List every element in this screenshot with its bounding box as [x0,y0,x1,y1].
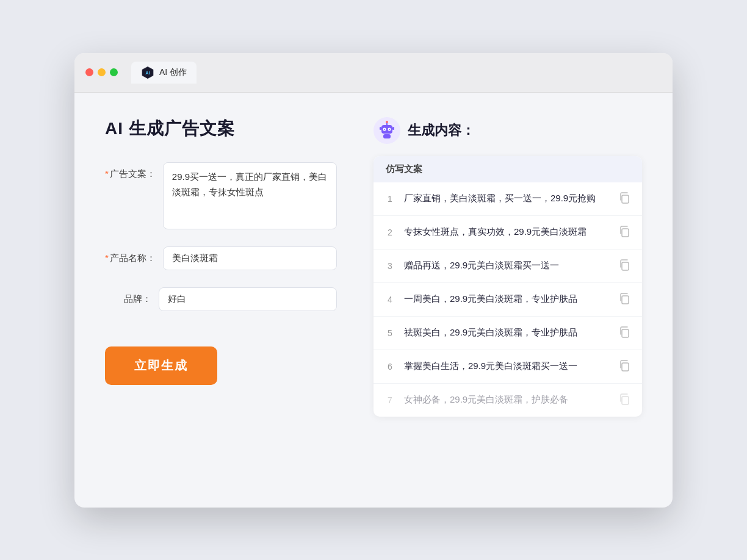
browser-tab[interactable]: AI AI 创作 [131,62,197,84]
browser-window: AI AI 创作 AI 生成广告文案 *广告文案： 29.9买一送一，真正的厂家… [74,53,673,508]
product-name-input[interactable] [163,246,337,270]
required-star-2: * [105,253,109,263]
row-text: 专抹女性斑点，真实功效，29.9元美白淡斑霜 [404,225,609,239]
generate-button[interactable]: 立即生成 [105,346,217,385]
brand-group: 品牌： [105,287,337,311]
row-number: 2 [384,228,395,237]
row-text: 祛斑美白，29.9元美白淡斑霜，专业护肤品 [404,326,609,340]
row-text: 一周美白，29.9元美白淡斑霜，专业护肤品 [404,292,609,306]
right-panel: 生成内容： 仿写文案 1厂家直销，美白淡斑霜，买一送一，29.9元抢购 2专抹女… [374,117,642,483]
ad-copy-textarea[interactable]: 29.9买一送一，真正的厂家直销，美白淡斑霜，专抹女性斑点 [163,162,337,229]
svg-point-7 [389,129,390,130]
copy-button[interactable] [618,392,631,408]
ad-copy-group: *广告文案： 29.9买一送一，真正的厂家直销，美白淡斑霜，专抹女性斑点 [105,162,337,229]
copy-button[interactable] [618,191,631,207]
product-name-group: *产品名称： [105,246,337,270]
browser-content: AI 生成广告文案 *广告文案： 29.9买一送一，真正的厂家直销，美白淡斑霜，… [74,93,673,508]
row-text: 赠品再送，29.9元美白淡斑霜买一送一 [404,259,609,273]
table-header: 仿写文案 [374,156,642,182]
svg-rect-10 [383,134,391,138]
product-name-label: *产品名称： [105,246,163,264]
svg-rect-15 [622,262,629,270]
row-text: 厂家直销，美白淡斑霜，买一送一，29.9元抢购 [404,192,609,206]
result-table: 仿写文案 1厂家直销，美白淡斑霜，买一送一，29.9元抢购 2专抹女性斑点，真实… [374,156,642,417]
table-row: 1厂家直销，美白淡斑霜，买一送一，29.9元抢购 [374,182,642,216]
svg-rect-11 [380,127,381,130]
copy-button[interactable] [618,359,631,375]
row-number: 3 [384,261,395,271]
browser-titlebar: AI AI 创作 [74,53,673,93]
row-text: 掌握美白生活，29.9元美白淡斑霜买一送一 [404,359,609,373]
svg-point-9 [386,121,388,123]
row-number: 4 [384,295,395,304]
table-row: 5祛斑美白，29.9元美白淡斑霜，专业护肤品 [374,317,642,350]
svg-rect-14 [622,229,629,237]
table-row: 3赠品再送，29.9元美白淡斑霜买一送一 [374,249,642,283]
row-number: 1 [384,194,395,204]
traffic-light-green[interactable] [110,68,118,76]
robot-icon [374,117,400,144]
brand-input[interactable] [159,287,337,311]
traffic-lights [85,68,118,76]
svg-rect-18 [622,363,629,371]
tab-label: AI 创作 [159,67,187,78]
row-number: 5 [384,328,395,338]
row-number: 6 [384,362,395,372]
copy-button[interactable] [618,258,631,274]
svg-text:AI: AI [145,70,150,76]
svg-rect-12 [392,127,394,130]
svg-rect-17 [622,329,629,337]
brand-label: 品牌： [105,287,159,305]
result-title: 生成内容： [408,121,475,140]
traffic-light-red[interactable] [85,68,93,76]
copy-button[interactable] [618,224,631,240]
table-row: 6掌握美白生活，29.9元美白淡斑霜买一送一 [374,350,642,384]
traffic-light-yellow[interactable] [98,68,106,76]
svg-rect-16 [622,296,629,304]
copy-button[interactable] [618,325,631,341]
left-panel: AI 生成广告文案 *广告文案： 29.9买一送一，真正的厂家直销，美白淡斑霜，… [105,117,337,483]
svg-rect-19 [622,397,629,404]
required-star-1: * [105,168,109,179]
table-row: 7女神必备，29.9元美白淡斑霜，护肤必备 [374,384,642,417]
row-text: 女神必备，29.9元美白淡斑霜，护肤必备 [404,393,609,407]
svg-rect-13 [622,195,629,203]
results-list: 1厂家直销，美白淡斑霜，买一送一，29.9元抢购 2专抹女性斑点，真实功效，29… [374,182,642,417]
result-header: 生成内容： [374,117,642,144]
page-title: AI 生成广告文案 [105,117,337,140]
row-number: 7 [384,395,395,405]
table-row: 4一周美白，29.9元美白淡斑霜，专业护肤品 [374,283,642,317]
svg-point-6 [384,129,385,130]
copy-button[interactable] [618,292,631,307]
table-row: 2专抹女性斑点，真实功效，29.9元美白淡斑霜 [374,216,642,249]
ai-tab-icon: AI [141,66,154,79]
ad-copy-label: *广告文案： [105,162,163,180]
